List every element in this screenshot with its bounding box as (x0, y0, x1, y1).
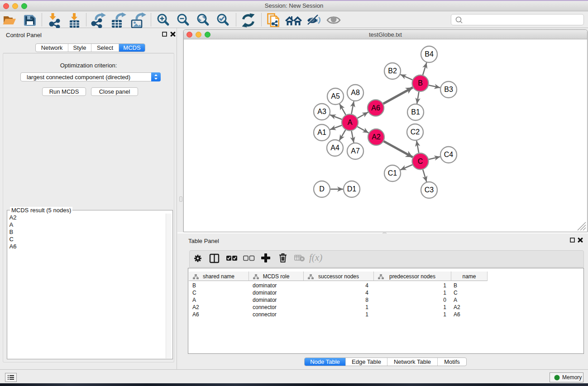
svg-text:B2: B2 (388, 67, 397, 75)
svg-text:C3: C3 (425, 186, 434, 194)
svg-text:A2: A2 (372, 133, 381, 141)
svg-text:A: A (348, 119, 353, 126)
svg-text:A7: A7 (351, 147, 360, 155)
svg-text:B1: B1 (411, 108, 420, 116)
svg-text:A4: A4 (330, 144, 339, 152)
svg-text:B3: B3 (444, 86, 453, 93)
svg-text:D: D (319, 185, 325, 193)
svg-text:A3: A3 (317, 108, 326, 115)
svg-text:C2: C2 (411, 128, 420, 136)
svg-text:C4: C4 (444, 151, 454, 158)
svg-text:D1: D1 (347, 185, 357, 193)
svg-text:A6: A6 (371, 104, 380, 112)
svg-text:B4: B4 (425, 50, 434, 58)
svg-text:C1: C1 (388, 169, 397, 177)
svg-text:B: B (418, 79, 423, 87)
svg-text:A1: A1 (317, 129, 326, 136)
svg-text:A8: A8 (351, 89, 360, 96)
svg-text:C: C (418, 157, 423, 165)
svg-text:A5: A5 (331, 92, 340, 100)
